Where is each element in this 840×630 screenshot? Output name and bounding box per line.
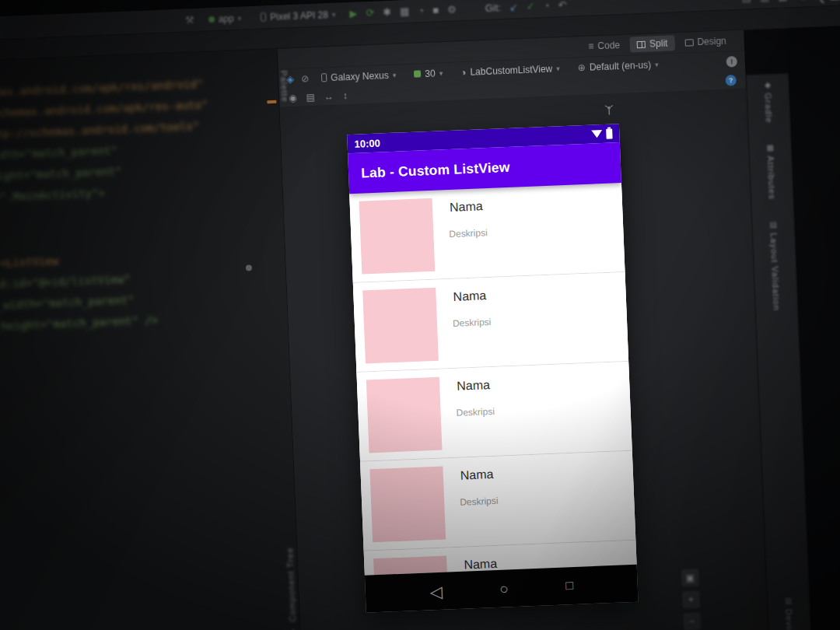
code-icon: ≡ [588, 40, 594, 51]
chevron-down-icon: ▾ [238, 14, 242, 22]
item-subtitle: Deskripsi [453, 317, 492, 329]
antenna-icon [603, 103, 616, 117]
device-dropdown[interactable]: Pixel 3 API 28 ▾ [255, 7, 341, 24]
layout-validation-label: Layout Validation [769, 233, 782, 311]
chevron-down-icon: ▾ [439, 69, 443, 77]
recents-icon: □ [565, 579, 573, 592]
device-label: Pixel 3 API 28 [270, 9, 328, 23]
chevron-down-icon: ▾ [556, 65, 560, 72]
wifi-icon [591, 130, 602, 138]
palette-tab[interactable]: Palette [279, 70, 290, 106]
theme-icon: ◑ [460, 67, 467, 76]
view-options-eye-icon[interactable]: ◉ [289, 93, 297, 102]
design-canvas[interactable]: 10:00 Lab - Custom ListView Nama [280, 89, 768, 630]
stop-icon[interactable]: ■ [432, 5, 439, 15]
gradle-icon: ◆ [765, 80, 771, 89]
zoom-to-fit-button[interactable]: ▣ [681, 569, 699, 587]
app-bar-title: Lab - Custom ListView [361, 159, 510, 181]
list-item[interactable]: Nama Deskripsi [349, 183, 625, 283]
coverage-icon[interactable]: ▦ [400, 6, 410, 16]
theme-dropdown[interactable]: ◑ LabCustomListView ▾ [455, 61, 565, 79]
debug-icon[interactable]: ✱ [383, 7, 391, 17]
git-history-icon[interactable]: ◔ [543, 1, 549, 11]
scrollbar-error-marker [267, 100, 276, 103]
apply-changes-icon[interactable]: ⟳ [366, 8, 374, 18]
info-icon[interactable]: ! [726, 55, 737, 67]
git-rollback-icon[interactable]: ↶ [558, 0, 566, 10]
palette-label: Palette [279, 70, 290, 103]
component-tree-icon: ◖ [290, 626, 295, 630]
layout-validation-tab[interactable]: ▤ Layout Validation [768, 220, 782, 311]
chevron-down-icon: ▾ [393, 71, 397, 79]
item-title: Nama [453, 289, 486, 304]
main-content: xmlns:android="http://schemas.android.co… [0, 26, 840, 630]
device-file-explorer-icon: ▥ [785, 596, 793, 604]
gradle-label: Gradle [763, 93, 774, 123]
ide-window: ⚒ app ▾ Pixel 3 API 28 ▾ ▶ ⟳ ✱ ▦ ◔ ■ ⚙ G… [0, 0, 840, 630]
listview[interactable]: Nama Deskripsi Nama Deskripsi Nama Deskr… [349, 183, 636, 576]
component-tree-tab[interactable]: Component Tree ◖ [285, 547, 298, 630]
list-item[interactable]: Nama Deskripsi [353, 272, 628, 373]
chevron-down-icon: ▾ [655, 61, 659, 68]
git-commit-icon[interactable]: ✓ [527, 1, 535, 11]
run-config-dropdown[interactable]: app ▾ [202, 11, 247, 26]
tab-code[interactable]: ≡ Code [581, 37, 627, 54]
tab-code-label: Code [597, 40, 620, 51]
split-icon [637, 40, 646, 47]
list-item[interactable]: Nama Deskripsi [360, 451, 635, 551]
theme-label: LabCustomListView [470, 63, 552, 77]
item-title: Nama [450, 199, 483, 215]
phone-preview[interactable]: 10:00 Lab - Custom ListView Nama [347, 124, 638, 613]
attributes-tab[interactable]: ▩ Attributes [765, 143, 777, 200]
item-subtitle: Deskripsi [449, 227, 488, 240]
layout-inspector-icon[interactable]: ▥ [760, 0, 770, 2]
tab-design[interactable]: Design [677, 33, 733, 51]
zoom-out-button[interactable]: − [683, 612, 701, 630]
run-config-label: app [218, 12, 234, 24]
list-item[interactable]: Nama Deskripsi [356, 362, 632, 462]
list-view-icon[interactable]: ▤ [306, 92, 315, 101]
orientation-vertical-icon[interactable]: ↕ [343, 91, 348, 100]
preview-device-dropdown[interactable]: Galaxy Nexus ▾ [316, 68, 402, 85]
tab-design-label: Design [697, 36, 726, 47]
item-title: Nama [460, 467, 494, 483]
api-icon [414, 70, 421, 77]
locale-label: Default (en-us) [590, 59, 652, 72]
item-image [362, 288, 439, 364]
tab-split-label: Split [649, 38, 668, 50]
globe-icon: ⊕ [577, 62, 586, 72]
tab-split[interactable]: Split [630, 35, 675, 52]
preview-device-label: Galaxy Nexus [331, 69, 389, 82]
build-hammer-icon[interactable]: ⚒ [185, 15, 194, 25]
gradle-tab[interactable]: ◆ Gradle [763, 80, 774, 123]
api-level-label: 30 [425, 68, 436, 79]
attributes-icon: ▩ [766, 143, 774, 152]
api-level-dropdown[interactable]: 30 ▾ [408, 65, 449, 81]
profiler-icon[interactable]: ◔ [418, 5, 424, 16]
code-editor[interactable]: xmlns:android="http://schemas.android.co… [0, 49, 303, 630]
item-subtitle: Deskripsi [456, 406, 495, 418]
item-image [366, 377, 443, 453]
attributes-label: Attributes [766, 156, 777, 200]
phone-icon [321, 73, 327, 82]
git-label: Git: [485, 2, 501, 14]
home-icon: ○ [499, 581, 509, 596]
device-manager-icon[interactable]: ▤ [741, 0, 751, 3]
avd-manager-icon[interactable]: ▩ [778, 0, 788, 2]
design-panel: ≡ Code Split Design ◈ ⊘ Galaxy Nexus [278, 30, 768, 630]
orientation-horizontal-icon[interactable]: ↔ [324, 91, 334, 100]
run-button[interactable]: ▶ [349, 9, 358, 19]
device-file-explorer-tab[interactable]: ▥ Device File Explorer [783, 596, 796, 630]
locale-dropdown[interactable]: ⊕ Default (en-us) ▾ [572, 57, 664, 75]
zoom-in-button[interactable]: + [682, 590, 700, 608]
layout-validation-icon: ▤ [769, 220, 777, 229]
sdk-manager-icon[interactable]: ◀ [796, 0, 804, 1]
help-icon[interactable]: ? [725, 75, 737, 86]
design-icon [684, 39, 693, 46]
status-time: 10:00 [354, 137, 380, 149]
no-inspection-icon[interactable]: ⊘ [301, 74, 310, 83]
sync-gradle-icon[interactable]: ⚙ [447, 4, 457, 14]
git-update-icon[interactable]: ↙ [509, 2, 518, 12]
run-config-status-icon [208, 16, 215, 22]
item-image [359, 198, 436, 275]
